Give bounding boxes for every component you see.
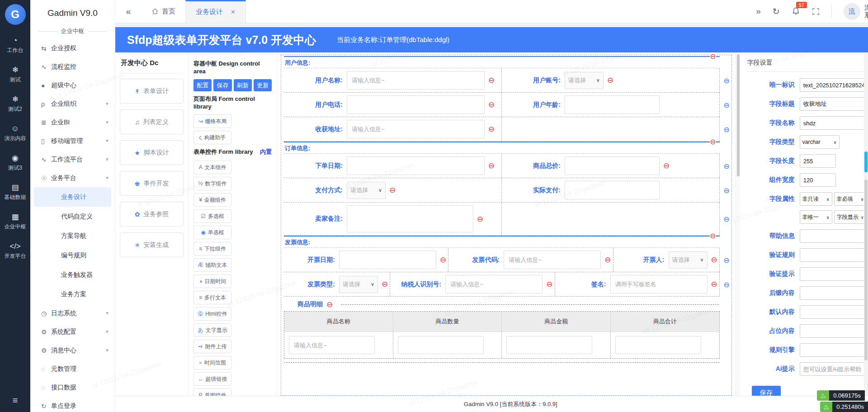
remove-row-icon[interactable]: ⊖ [723,256,729,264]
field-input[interactable] [504,251,601,269]
remove-field-icon[interactable]: ⊖ [711,256,717,264]
control-button[interactable]: ½数字组件 [193,177,231,190]
canvas-scrollbar[interactable] [736,52,740,396]
settings-input[interactable] [800,286,868,300]
tab-home[interactable]: 首页 [142,0,185,23]
field-input[interactable] [610,275,708,294]
refresh-icon[interactable]: ↻ [773,6,780,17]
tab-business-design[interactable]: 业务设计 ✕ [185,0,246,23]
sidebar-item[interactable]: ◌元数管理 [30,360,115,378]
sidebar-item[interactable]: ↻单点登录 [30,397,115,412]
field-select[interactable]: 请选择∨ [565,72,604,89]
sidebar-subitem[interactable]: 业务触发器 [34,265,111,284]
sidebar-subitem[interactable]: 业务设计 [34,187,111,207]
dev-center-button[interactable]: ✿业务参照 [120,202,184,227]
rail-item-test[interactable]: ❄测试 [5,66,26,84]
control-button[interactable]: ◉单选框 [193,226,231,239]
window-scrollbar[interactable] [864,53,868,396]
sidebar-collapse-icon[interactable]: ≡ [0,395,30,406]
app-logo[interactable]: G [5,4,26,25]
detail-cell-input[interactable] [289,336,375,354]
settings-input[interactable] [800,248,868,262]
control-button[interactable]: ¥金额组件 [193,193,231,207]
remove-row-icon[interactable]: ⊖ [723,100,729,109]
attr-select[interactable]: 非必填∨ [834,192,867,206]
control-button[interactable]: A文本组件 [193,161,231,174]
section-remove-icon[interactable]: ⊖ [710,53,716,60]
library-action-button[interactable]: 更新 [254,79,272,91]
sidebar-subitem[interactable]: 编号规则 [34,246,111,265]
sidebar-item[interactable]: ∿工作流平台▼ [30,150,115,169]
control-button[interactable]: ↔超级链接 [193,372,231,386]
sidebar-item[interactable]: ◷日志系统▼ [30,304,115,322]
settings-input[interactable] [800,362,868,376]
remove-field-icon[interactable]: ⊖ [663,162,670,170]
detail-cell-input[interactable] [398,336,484,354]
control-button[interactable]: ↝栅格布局 [193,114,231,128]
rail-item-dev-platform[interactable]: </>开发平台 [5,242,26,260]
rail-item-enterprise-hub[interactable]: ▦企业中枢 [5,213,26,231]
settings-input[interactable] [800,267,868,281]
control-button[interactable]: Æ辅助文本 [193,258,231,272]
dev-center-button[interactable]: ♚事件开发 [120,171,184,196]
remove-row-icon[interactable]: ⊖ [723,161,729,170]
settings-input[interactable] [800,78,868,92]
sidebar-item[interactable]: ◌接口数据 [30,378,115,397]
tabs-scroll-left-icon[interactable]: « [115,0,142,23]
field-input[interactable] [565,156,660,175]
remove-field-icon[interactable]: ⊖ [711,280,717,288]
remove-row-icon[interactable]: ⊖ [723,76,729,85]
field-input[interactable] [347,120,485,138]
field-input[interactable] [339,251,436,269]
control-button[interactable]: ≡下拉组件 [193,242,231,256]
remove-field-icon[interactable]: ⊖ [546,280,552,288]
remove-field-icon[interactable]: ⊖ [488,125,495,133]
remove-row-icon[interactable]: ⊖ [723,125,729,133]
control-button[interactable]: ⓖHtml控件 [193,307,231,321]
field-textarea[interactable] [347,205,473,232]
sidebar-item[interactable]: ⇆企业授权 [30,39,115,57]
field-select[interactable]: 请选择∨ [339,276,378,293]
library-action-button[interactable]: 配置 [193,79,212,91]
remove-row-icon[interactable]: ⊖ [723,186,729,194]
control-button[interactable]: P单图组件 [193,388,231,396]
remove-row-icon[interactable]: ⊖ [723,280,729,289]
library-action-button[interactable]: 保存 [213,79,231,91]
field-input[interactable] [347,71,485,90]
detail-cell-input[interactable] [506,336,592,354]
remove-field-icon[interactable]: ⊖ [488,76,495,84]
dev-center-button[interactable]: ↟表单设计 [120,79,184,104]
remove-field-icon[interactable]: ⊖ [488,101,495,109]
settings-input[interactable] [800,116,868,130]
settings-input[interactable] [800,173,836,187]
dev-center-button[interactable]: ★脚本设计 [120,140,184,165]
settings-input[interactable] [800,229,868,243]
control-button[interactable]: ☑多选框 [193,209,231,223]
settings-input[interactable] [800,97,868,111]
settings-input[interactable] [800,154,836,168]
sidebar-subitem[interactable]: 业务方案 [34,284,111,304]
rail-item-test2[interactable]: ❄测试2 [5,95,26,113]
field-input[interactable] [565,95,660,114]
remove-detail-icon[interactable]: ⊖ [326,301,333,308]
dev-center-button[interactable]: ✳安装生成 [120,232,184,257]
sidebar-item[interactable]: ∿流程监控 [30,57,115,76]
attr-select[interactable]: 非唯一∨ [800,210,832,224]
field-input[interactable] [347,95,485,114]
remove-field-icon[interactable]: ⊖ [488,162,495,170]
control-button[interactable]: ◑日期时间 [193,275,231,288]
remove-field-icon[interactable]: ⊖ [477,215,483,223]
field-select[interactable]: 请选择∨ [669,251,708,269]
control-button[interactable]: ≡多行文本 [193,291,231,304]
sidebar-subitem[interactable]: 代码自定义 [34,207,111,226]
notifications-bell-icon[interactable]: 57 [792,7,800,16]
section-remove-icon[interactable]: ⊖ [710,138,716,146]
remove-field-icon[interactable]: ⊖ [389,186,396,194]
field-select[interactable]: 请选择∨ [347,182,386,199]
fullscreen-icon[interactable] [812,8,820,15]
field-input[interactable] [565,181,660,199]
dev-center-button[interactable]: ♫列表定义 [120,109,184,134]
sidebar-item[interactable]: ⚙消息中心▼ [30,341,115,360]
detail-cell-input[interactable] [615,336,701,354]
rail-item-demo-content[interactable]: ☺演示内容 [5,124,26,142]
